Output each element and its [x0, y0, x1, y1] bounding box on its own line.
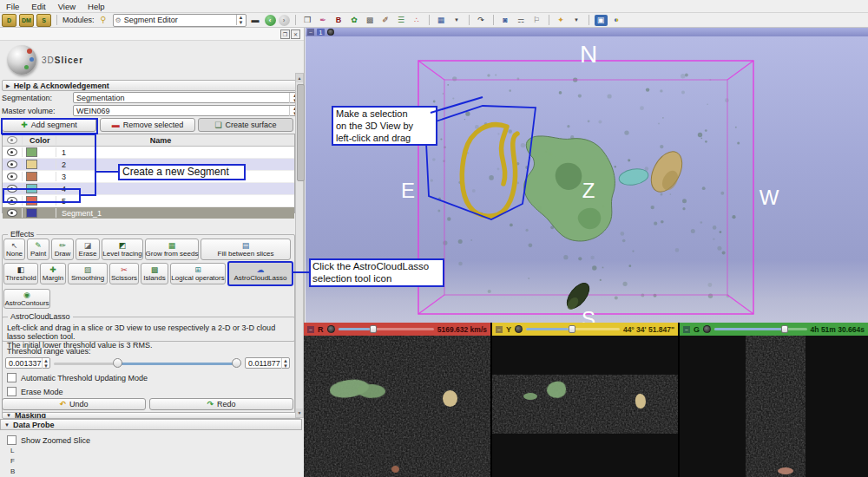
slice-offset-slider[interactable]	[339, 328, 434, 330]
effect-erase[interactable]: ◪Erase	[76, 238, 100, 260]
slice-body-yellow[interactable]	[492, 336, 678, 477]
slice-offset-slider[interactable]	[526, 328, 620, 330]
segment-row-1[interactable]: 1	[3, 147, 294, 159]
slice-view-yellow[interactable]: – Y 44° 34' 51.847"	[492, 323, 678, 477]
slice-menu-icon[interactable]: –	[307, 326, 314, 333]
markups-icon[interactable]: ∴	[411, 15, 424, 26]
data-module-icon[interactable]: ❒	[301, 15, 314, 26]
segment-color-swatch[interactable]	[26, 172, 37, 181]
menu-file[interactable]: File	[0, 2, 25, 11]
erase-mode-checkbox[interactable]: Erase Mode	[7, 387, 63, 396]
forward-icon[interactable]: ›	[279, 15, 290, 26]
pin-icon[interactable]	[703, 325, 711, 333]
layout-dropdown-arrow[interactable]: ▼	[450, 15, 464, 26]
slice-body-green[interactable]	[680, 336, 868, 477]
scrollbar-thumb[interactable]	[297, 84, 305, 181]
menu-edit[interactable]: Edit	[25, 2, 51, 11]
layout-selector-icon[interactable]: ▦	[435, 15, 448, 26]
volume-rendering-icon[interactable]: ✒	[317, 15, 330, 26]
highlight-segment-1-row	[3, 188, 81, 203]
save-data-icon[interactable]: S	[36, 14, 51, 27]
scroll-down-icon[interactable]: ▼	[296, 408, 303, 417]
help-acknowledgement-header[interactable]: ▶ Help & Acknowledgement	[2, 80, 301, 91]
segment-row-segment-1[interactable]: Segment_1	[3, 207, 294, 219]
view-menu-icon[interactable]: –	[307, 29, 314, 36]
scene-view-restore-icon[interactable]: ⚐	[530, 15, 543, 26]
load-data-icon[interactable]: D	[2, 14, 16, 27]
effect-scissors[interactable]: ✂Scissors	[109, 263, 139, 284]
menu-help[interactable]: Help	[82, 2, 111, 11]
auto-threshold-checkbox[interactable]: Automatic Threshold Updating Mode	[7, 373, 148, 382]
crosshair-icon[interactable]: ✦	[555, 15, 568, 26]
models-module-icon[interactable]: ▩	[364, 15, 377, 26]
pin-icon[interactable]	[327, 29, 334, 36]
redo-button[interactable]: ↷ Redo	[149, 398, 293, 410]
threshold-range-slider[interactable]	[54, 358, 241, 369]
effect-fill-between-slices[interactable]: ▤Fill between slices	[201, 238, 291, 260]
margin-icon: ✚	[49, 266, 56, 274]
slice-view-red[interactable]: – R 5169.632 km/s	[304, 323, 490, 477]
slice-menu-icon[interactable]: –	[496, 326, 503, 333]
module-search-icon[interactable]: ⚲	[97, 15, 110, 26]
pin-icon[interactable]	[327, 325, 335, 333]
segment-color-swatch[interactable]	[26, 208, 37, 218]
remove-selected-button[interactable]: ▬ Remove selected	[100, 118, 195, 132]
colors-module-icon[interactable]: ✿	[348, 15, 361, 26]
show-zoomed-slice-checkbox[interactable]: Show Zoomed Slice	[7, 435, 90, 445]
undo-button[interactable]: ↶ Undo	[2, 398, 146, 410]
effect-astrocloudlasso[interactable]: ☁AstroCloudLasso	[227, 261, 293, 286]
effect-draw[interactable]: ✏Draw	[51, 238, 74, 260]
effect-astrocontours[interactable]: ◉AstroContours	[3, 289, 50, 309]
python-console-icon[interactable]: ◖◗	[610, 15, 623, 26]
close-panel-icon[interactable]: ✕	[291, 29, 300, 39]
effect-smoothing[interactable]: ▨Smoothing	[68, 263, 108, 284]
eye-icon[interactable]	[7, 148, 17, 156]
slice-slider-handle[interactable]	[781, 325, 788, 333]
effect-threshold[interactable]: ◧Threshold	[3, 263, 38, 284]
eye-icon[interactable]	[7, 209, 17, 217]
data-probe-header[interactable]: ▼ Data Probe	[0, 419, 302, 430]
threshold-max-spinbox[interactable]: 0.011877▲▼	[245, 357, 290, 369]
subject-hierarchy-icon[interactable]: ☰	[395, 15, 408, 26]
effect-grow-from-seeds[interactable]: ▦Grow from seeds	[145, 238, 199, 260]
undock-panel-icon[interactable]: ❐	[280, 29, 290, 39]
slice-slider-handle[interactable]	[370, 325, 377, 333]
mouse-mode-icon[interactable]: ↷	[475, 15, 488, 26]
effect-level-tracing[interactable]: ◩Level tracing	[102, 238, 143, 260]
slice-view-green[interactable]: – G 4h 51m 30.664s	[680, 323, 868, 477]
master-volume-selector[interactable]: WEIN069 ▲▼	[73, 105, 301, 116]
module-history-icon[interactable]: ▬	[249, 15, 262, 26]
annotate-icon[interactable]: ✐	[379, 15, 392, 26]
slice-body-red[interactable]	[304, 336, 490, 477]
screenshot-icon[interactable]: ◙	[499, 15, 512, 26]
effect-logical-operators[interactable]: ⊞Logical operators	[170, 263, 226, 284]
segment-color-swatch[interactable]	[26, 160, 37, 169]
pin-icon[interactable]	[515, 325, 523, 333]
menu-view[interactable]: View	[52, 2, 82, 11]
eye-icon[interactable]	[7, 160, 17, 168]
segment-color-swatch[interactable]	[26, 147, 37, 157]
editor-module-icon[interactable]: B	[332, 15, 345, 26]
slice-slider-handle[interactable]	[569, 325, 575, 333]
threshold-min-spinbox[interactable]: 0.001337▲▼	[5, 357, 50, 369]
effect-islands[interactable]: ▩Islands	[141, 263, 168, 284]
back-icon[interactable]: ‹	[265, 15, 276, 26]
threshold-max-handle[interactable]	[232, 358, 241, 368]
effect-none[interactable]: ↖None	[3, 238, 25, 260]
eye-icon[interactable]	[7, 173, 17, 180]
dicom-icon[interactable]: DM	[19, 14, 34, 27]
module-selector[interactable]: ⚙ Segment Editor ▲▼	[113, 14, 247, 27]
effect-paint[interactable]: ✎Paint	[27, 238, 49, 260]
masking-header[interactable]: ▼ Masking	[2, 412, 301, 419]
slice-menu-icon[interactable]: –	[683, 326, 690, 333]
create-surface-button[interactable]: ❑ Create surface	[198, 118, 293, 132]
scroll-up-icon[interactable]: ▲	[296, 74, 303, 82]
scene-view-icon[interactable]: ⚎	[515, 15, 528, 26]
panel-scrollbar[interactable]: ▲ ▼	[295, 73, 304, 418]
segmentation-selector[interactable]: Segmentation ▲▼	[73, 92, 301, 103]
effect-margin[interactable]: ✚Margin	[40, 263, 66, 284]
slice-offset-slider[interactable]	[714, 328, 807, 330]
threshold-min-handle[interactable]	[113, 358, 122, 368]
crosshair-dropdown-arrow[interactable]: ▼	[570, 15, 583, 26]
extensions-manager-icon[interactable]: ▣	[595, 15, 608, 26]
